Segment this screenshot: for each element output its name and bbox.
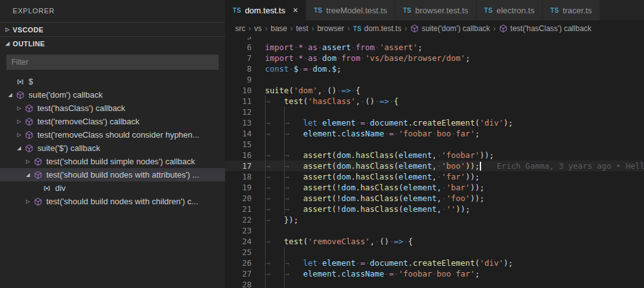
line-number[interactable]: 26 [225, 258, 252, 268]
line-number[interactable]: 8 [225, 63, 252, 74]
outline-filter-input[interactable] [6, 55, 219, 70]
editor-tab[interactable]: TSelectron.ts [477, 0, 543, 20]
line-number[interactable]: 22 [225, 214, 252, 225]
line-number[interactable]: 16 [225, 150, 252, 160]
editor-tab[interactable]: TSdom.test.ts× [225, 0, 306, 20]
code-line-content[interactable]: →→let·element·=·document.createElement('… [252, 117, 513, 128]
line-number[interactable]: 23 [225, 225, 252, 236]
editor-tab[interactable]: TStreeModel.test.ts [306, 0, 396, 20]
symbol-variable-icon [15, 77, 25, 87]
code-line-content[interactable]: →→element.className·=·'foobar·boo·far'; [252, 128, 480, 139]
line-number[interactable]: 28 [225, 279, 252, 288]
sidebar-title: EXPLORER [0, 0, 225, 22]
line-number[interactable]: 6 [225, 42, 252, 53]
code-line-content[interactable]: →→element.className·=·'foobar·boo·far'; [252, 268, 480, 279]
breadcrumb-item[interactable]: test('hasClass') callback [499, 24, 591, 33]
outline-item[interactable]: ▷test('should build simple nodes') callb… [0, 155, 225, 168]
line-number[interactable]: 27 [225, 268, 252, 279]
code-line-content[interactable]: import·*·as·dom·from·'vs/base/browser/do… [252, 53, 470, 63]
breadcrumb-item[interactable]: TSdom.test.ts [353, 24, 401, 33]
line-number[interactable]: 12 [225, 107, 252, 117]
line-number[interactable]: 25 [225, 247, 252, 258]
code-line-content[interactable]: →→let·element·=·document.createElement('… [252, 258, 513, 268]
code-token: ( [394, 161, 399, 171]
editor-tab[interactable]: TSbrowser.test.ts [396, 0, 477, 20]
line-number[interactable]: 20 [225, 193, 252, 204]
code-line-content[interactable] [252, 247, 303, 258]
twisty-icon[interactable]: ◢ [14, 146, 24, 151]
code-token: element [303, 269, 337, 278]
breadcrumb-item[interactable]: test [296, 24, 308, 33]
code-line-content[interactable]: →→assert(!dom.hasClass(element,·'foo')); [252, 193, 484, 204]
twisty-icon[interactable]: ▷ [23, 199, 33, 204]
editor-tab[interactable]: TStracer.ts [543, 0, 600, 20]
outline-item[interactable]: ◢suite('$') callback [0, 141, 225, 155]
breadcrumb-item[interactable]: src [235, 24, 245, 33]
code-line-content[interactable]: import·*·as·assert·from·'assert'; [252, 42, 422, 53]
code-token: dom [341, 204, 356, 214]
twisty-icon[interactable]: ◢ [23, 173, 33, 178]
outline-item[interactable]: $ [0, 75, 225, 88]
breadcrumb-item[interactable]: vs [254, 24, 262, 33]
outline-item[interactable]: ◢suite('dom') callback [0, 88, 225, 101]
whitespace-dot: · [451, 269, 456, 278]
outline-item[interactable]: div [0, 181, 225, 195]
code-token: let [303, 118, 318, 128]
breadcrumb-item[interactable]: base [271, 24, 287, 33]
sidebar-section-header-outline[interactable]: ◢OUTLINE [0, 36, 225, 50]
code-editor[interactable]: 56import·*·as·assert·from·'assert';7impo… [225, 37, 644, 288]
twisty-icon[interactable]: ▷ [14, 133, 24, 138]
whitespace-dot: · [441, 204, 446, 214]
line-number[interactable]: 19 [225, 182, 252, 193]
line-number[interactable]: 10 [225, 85, 252, 96]
code-line-content[interactable]: →test('removeClass',·()·=>·{ [252, 236, 413, 247]
twisty-icon[interactable]: ◢ [5, 93, 15, 98]
line-number[interactable]: 9 [225, 74, 252, 85]
code-line-content[interactable]: →test('hasClass',·()·=>·{ [252, 96, 399, 107]
code-line-content[interactable] [252, 107, 303, 117]
line-number[interactable]: 18 [225, 171, 252, 182]
code-line-content[interactable]: →→assert(dom.hasClass(element,·'foobar')… [252, 150, 494, 160]
twisty-icon[interactable]: ▷ [23, 159, 33, 164]
code-line-content[interactable]: →→assert(!dom.hasClass(element,·'bar')); [252, 182, 484, 193]
code-line-content[interactable] [252, 74, 265, 85]
line-number[interactable]: 17 [225, 160, 252, 171]
sidebar-section-header-vscode[interactable]: ▷VSCODE [0, 22, 225, 36]
code-line-content[interactable] [252, 225, 284, 236]
code-line-content[interactable]: →}); [252, 214, 299, 225]
code-token: 'div' [480, 258, 504, 268]
code-token: => [341, 86, 351, 95]
line-number[interactable]: 7 [225, 53, 252, 63]
code-line-content[interactable]: →→assert(dom.hasClass(element,·'far')); [252, 171, 480, 182]
code-line-content[interactable]: suite('dom',·()·=>·{ [252, 85, 361, 96]
line-number[interactable]: 15 [225, 139, 252, 150]
outline-item[interactable]: ◢test('should build nodes with attribute… [0, 168, 225, 181]
code-line-content[interactable]: →→assert(dom.hasClass(element,·'boo'));E… [252, 160, 644, 171]
outline-item[interactable]: ▷test('hasClass') callback [0, 101, 225, 115]
line-number[interactable]: 21 [225, 204, 252, 214]
code-token: ( [303, 237, 308, 246]
outline-item[interactable]: ▷test('removeClass should consider hyphe… [0, 128, 225, 141]
line-number[interactable]: 11 [225, 96, 252, 107]
line-number[interactable]: 5 [225, 37, 252, 42]
code-line-content[interactable] [252, 37, 265, 42]
code-line-content[interactable]: →→assert(!dom.hasClass(element,·'')); [252, 204, 470, 214]
code-line-content[interactable] [252, 279, 303, 288]
close-icon[interactable]: × [293, 6, 298, 15]
breadcrumb-label: browser [317, 24, 344, 33]
code-line-content[interactable]: const·$·=·dom.$; [252, 63, 341, 74]
line-number[interactable]: 14 [225, 128, 252, 139]
code-line-content[interactable] [252, 139, 303, 150]
outline-item[interactable]: ▷test('should build nodes with children'… [0, 195, 225, 208]
explorer-sidebar: EXPLORER ▷VSCODE◢OUTLINE $◢suite('dom') … [0, 0, 225, 288]
code-token: as [308, 43, 318, 52]
code-line: 11→test('hasClass',·()·=>·{ [225, 96, 644, 107]
breadcrumb-label: test('hasClass') callback [510, 24, 591, 33]
twisty-icon[interactable]: ▷ [14, 119, 24, 124]
line-number[interactable]: 13 [225, 117, 252, 128]
outline-item[interactable]: ▷test('removeClass') callback [0, 115, 225, 128]
twisty-icon[interactable]: ▷ [14, 106, 24, 111]
breadcrumb-item[interactable]: browser [317, 24, 344, 33]
breadcrumb-item[interactable]: suite('dom') callback [410, 24, 490, 33]
line-number[interactable]: 24 [225, 236, 252, 247]
